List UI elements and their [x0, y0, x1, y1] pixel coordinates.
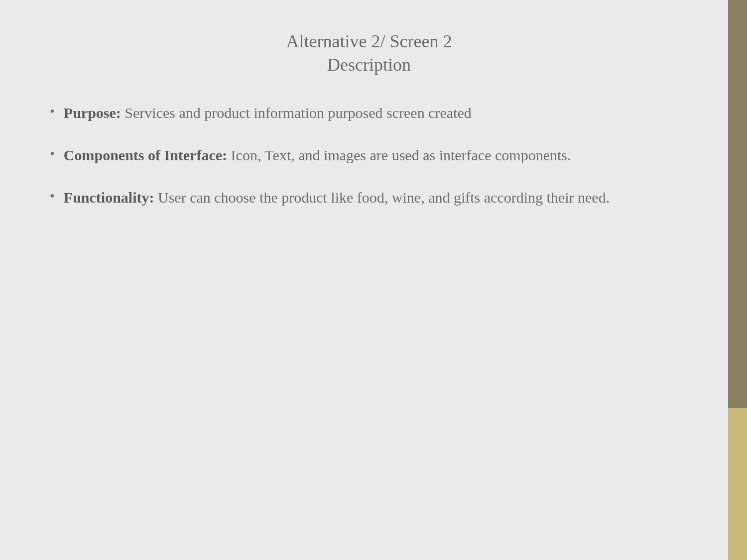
bullet-text-purpose: Purpose: Services and product informatio…: [64, 102, 472, 124]
bullet-text-functionality: Functionality: User can choose the produ…: [64, 186, 610, 209]
list-item: • Components of Interface: Icon, Text, a…: [50, 144, 688, 166]
bullet-label-purpose: Purpose:: [64, 105, 121, 121]
slide-title: Alternative 2/ Screen 2 Description: [50, 30, 688, 77]
list-item: • Purpose: Services and product informat…: [50, 102, 688, 124]
list-item: • Functionality: User can choose the pro…: [50, 186, 688, 209]
sidebar-bottom: [728, 408, 747, 560]
slide-title-line1: Alternative 2/ Screen 2: [50, 30, 688, 53]
bullet-text-components: Components of Interface: Icon, Text, and…: [64, 144, 571, 166]
slide-title-line2: Description: [50, 53, 688, 77]
bullet-list: • Purpose: Services and product informat…: [50, 102, 688, 530]
sidebar-top: [728, 0, 747, 408]
bullet-dot: •: [50, 104, 55, 119]
slide-content: Alternative 2/ Screen 2 Description • Pu…: [0, 0, 728, 560]
bullet-label-components: Components of Interface:: [64, 147, 227, 163]
right-sidebar: [728, 0, 747, 560]
bullet-dot: •: [50, 146, 55, 162]
bullet-label-functionality: Functionality:: [64, 189, 154, 206]
bullet-dot: •: [50, 188, 55, 204]
